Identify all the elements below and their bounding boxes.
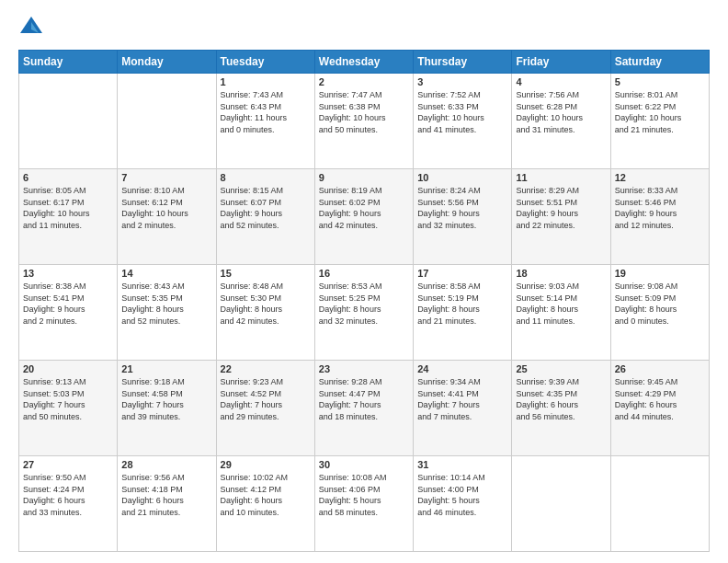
calendar-cell: 2Sunrise: 7:47 AM Sunset: 6:38 PM Daylig… [314, 74, 413, 169]
calendar-cell: 24Sunrise: 9:34 AM Sunset: 4:41 PM Dayli… [414, 361, 512, 456]
day-number: 30 [319, 459, 409, 470]
calendar-cell: 11Sunrise: 8:29 AM Sunset: 5:51 PM Dayli… [512, 169, 610, 265]
day-number: 29 [221, 459, 311, 470]
day-info: Sunrise: 8:48 AM Sunset: 5:30 PM Dayligh… [221, 281, 311, 327]
calendar-cell: 28Sunrise: 9:56 AM Sunset: 4:18 PM Dayli… [118, 456, 216, 552]
calendar-cell: 12Sunrise: 8:33 AM Sunset: 5:46 PM Dayli… [610, 169, 709, 265]
day-info: Sunrise: 9:50 AM Sunset: 4:24 PM Dayligh… [23, 472, 113, 518]
day-number: 3 [417, 76, 507, 87]
day-info: Sunrise: 9:03 AM Sunset: 5:14 PM Dayligh… [516, 281, 606, 327]
calendar-cell: 30Sunrise: 10:08 AM Sunset: 4:06 PM Dayl… [314, 456, 413, 552]
day-info: Sunrise: 7:56 AM Sunset: 6:28 PM Dayligh… [516, 89, 606, 135]
day-info: Sunrise: 9:18 AM Sunset: 4:58 PM Dayligh… [121, 376, 211, 422]
day-info: Sunrise: 7:47 AM Sunset: 6:38 PM Dayligh… [319, 89, 409, 135]
day-info: Sunrise: 8:58 AM Sunset: 5:19 PM Dayligh… [417, 281, 507, 327]
day-number: 4 [516, 76, 606, 87]
day-info: Sunrise: 8:15 AM Sunset: 6:07 PM Dayligh… [221, 185, 311, 231]
day-number: 8 [221, 172, 311, 183]
day-info: Sunrise: 7:43 AM Sunset: 6:43 PM Dayligh… [221, 89, 311, 135]
day-number: 24 [417, 363, 507, 374]
calendar-cell: 5Sunrise: 8:01 AM Sunset: 6:22 PM Daylig… [610, 74, 709, 169]
weekday-header: Friday [512, 51, 610, 74]
weekday-header: Sunday [19, 51, 118, 74]
day-info: Sunrise: 7:52 AM Sunset: 6:33 PM Dayligh… [417, 89, 507, 135]
weekday-header: Wednesday [314, 51, 413, 74]
calendar-cell: 4Sunrise: 7:56 AM Sunset: 6:28 PM Daylig… [512, 74, 610, 169]
day-info: Sunrise: 9:23 AM Sunset: 4:52 PM Dayligh… [221, 376, 311, 422]
day-info: Sunrise: 9:39 AM Sunset: 4:35 PM Dayligh… [516, 376, 606, 422]
calendar-cell: 9Sunrise: 8:19 AM Sunset: 6:02 PM Daylig… [314, 169, 413, 265]
day-number: 6 [23, 172, 113, 183]
day-info: Sunrise: 8:43 AM Sunset: 5:35 PM Dayligh… [121, 281, 211, 327]
day-number: 26 [615, 363, 705, 374]
weekday-header: Monday [118, 51, 216, 74]
calendar-cell: 26Sunrise: 9:45 AM Sunset: 4:29 PM Dayli… [610, 361, 709, 456]
day-number: 27 [23, 459, 113, 470]
day-number: 2 [319, 76, 409, 87]
calendar-cell: 17Sunrise: 8:58 AM Sunset: 5:19 PM Dayli… [414, 265, 512, 361]
day-number: 12 [615, 172, 705, 183]
day-info: Sunrise: 9:34 AM Sunset: 4:41 PM Dayligh… [417, 376, 507, 422]
day-number: 19 [615, 268, 705, 279]
day-info: Sunrise: 9:28 AM Sunset: 4:47 PM Dayligh… [319, 376, 409, 422]
calendar-cell: 1Sunrise: 7:43 AM Sunset: 6:43 PM Daylig… [216, 74, 314, 169]
day-info: Sunrise: 9:08 AM Sunset: 5:09 PM Dayligh… [615, 281, 705, 327]
calendar-cell: 23Sunrise: 9:28 AM Sunset: 4:47 PM Dayli… [314, 361, 413, 456]
weekday-header: Thursday [414, 51, 512, 74]
day-number: 28 [121, 459, 211, 470]
calendar-cell: 8Sunrise: 8:15 AM Sunset: 6:07 PM Daylig… [216, 169, 314, 265]
day-number: 31 [417, 459, 507, 470]
day-info: Sunrise: 8:38 AM Sunset: 5:41 PM Dayligh… [23, 281, 113, 327]
calendar-week-row: 20Sunrise: 9:13 AM Sunset: 5:03 PM Dayli… [19, 361, 710, 456]
day-number: 7 [121, 172, 211, 183]
calendar-cell: 13Sunrise: 8:38 AM Sunset: 5:41 PM Dayli… [19, 265, 118, 361]
calendar-week-row: 27Sunrise: 9:50 AM Sunset: 4:24 PM Dayli… [19, 456, 710, 552]
calendar-cell: 15Sunrise: 8:48 AM Sunset: 5:30 PM Dayli… [216, 265, 314, 361]
day-info: Sunrise: 8:24 AM Sunset: 5:56 PM Dayligh… [417, 185, 507, 231]
calendar-cell [610, 456, 709, 552]
calendar-cell: 3Sunrise: 7:52 AM Sunset: 6:33 PM Daylig… [414, 74, 512, 169]
day-number: 10 [417, 172, 507, 183]
day-number: 22 [221, 363, 311, 374]
calendar-cell [118, 74, 216, 169]
day-number: 18 [516, 268, 606, 279]
weekday-header: Saturday [610, 51, 709, 74]
calendar-cell: 27Sunrise: 9:50 AM Sunset: 4:24 PM Dayli… [19, 456, 118, 552]
page: SundayMondayTuesdayWednesdayThursdayFrid… [0, 0, 728, 563]
calendar-body: 1Sunrise: 7:43 AM Sunset: 6:43 PM Daylig… [19, 74, 710, 552]
calendar-cell [19, 74, 118, 169]
day-number: 25 [516, 363, 606, 374]
day-number: 9 [319, 172, 409, 183]
calendar-cell: 7Sunrise: 8:10 AM Sunset: 6:12 PM Daylig… [118, 169, 216, 265]
calendar-cell: 16Sunrise: 8:53 AM Sunset: 5:25 PM Dayli… [314, 265, 413, 361]
day-info: Sunrise: 8:29 AM Sunset: 5:51 PM Dayligh… [516, 185, 606, 231]
calendar-cell: 20Sunrise: 9:13 AM Sunset: 5:03 PM Dayli… [19, 361, 118, 456]
day-number: 16 [319, 268, 409, 279]
day-number: 13 [23, 268, 113, 279]
day-number: 15 [221, 268, 311, 279]
calendar-cell: 6Sunrise: 8:05 AM Sunset: 6:17 PM Daylig… [19, 169, 118, 265]
day-number: 11 [516, 172, 606, 183]
day-number: 14 [121, 268, 211, 279]
calendar-cell: 29Sunrise: 10:02 AM Sunset: 4:12 PM Dayl… [216, 456, 314, 552]
calendar-cell: 25Sunrise: 9:39 AM Sunset: 4:35 PM Dayli… [512, 361, 610, 456]
day-number: 5 [615, 76, 705, 87]
day-info: Sunrise: 8:53 AM Sunset: 5:25 PM Dayligh… [319, 281, 409, 327]
day-info: Sunrise: 8:19 AM Sunset: 6:02 PM Dayligh… [319, 185, 409, 231]
day-info: Sunrise: 9:13 AM Sunset: 5:03 PM Dayligh… [23, 376, 113, 422]
day-info: Sunrise: 9:56 AM Sunset: 4:18 PM Dayligh… [121, 472, 211, 518]
header-row: SundayMondayTuesdayWednesdayThursdayFrid… [19, 51, 710, 74]
day-info: Sunrise: 8:05 AM Sunset: 6:17 PM Dayligh… [23, 185, 113, 231]
day-number: 23 [319, 363, 409, 374]
day-info: Sunrise: 8:33 AM Sunset: 5:46 PM Dayligh… [615, 185, 705, 231]
day-info: Sunrise: 10:14 AM Sunset: 4:00 PM Daylig… [417, 472, 507, 518]
logo-icon [18, 15, 44, 40]
calendar-week-row: 1Sunrise: 7:43 AM Sunset: 6:43 PM Daylig… [19, 74, 710, 169]
calendar-header: SundayMondayTuesdayWednesdayThursdayFrid… [19, 51, 710, 74]
day-number: 17 [417, 268, 507, 279]
calendar-cell: 10Sunrise: 8:24 AM Sunset: 5:56 PM Dayli… [414, 169, 512, 265]
calendar-cell: 22Sunrise: 9:23 AM Sunset: 4:52 PM Dayli… [216, 361, 314, 456]
calendar-cell: 19Sunrise: 9:08 AM Sunset: 5:09 PM Dayli… [610, 265, 709, 361]
calendar-cell: 18Sunrise: 9:03 AM Sunset: 5:14 PM Dayli… [512, 265, 610, 361]
header [18, 15, 710, 40]
